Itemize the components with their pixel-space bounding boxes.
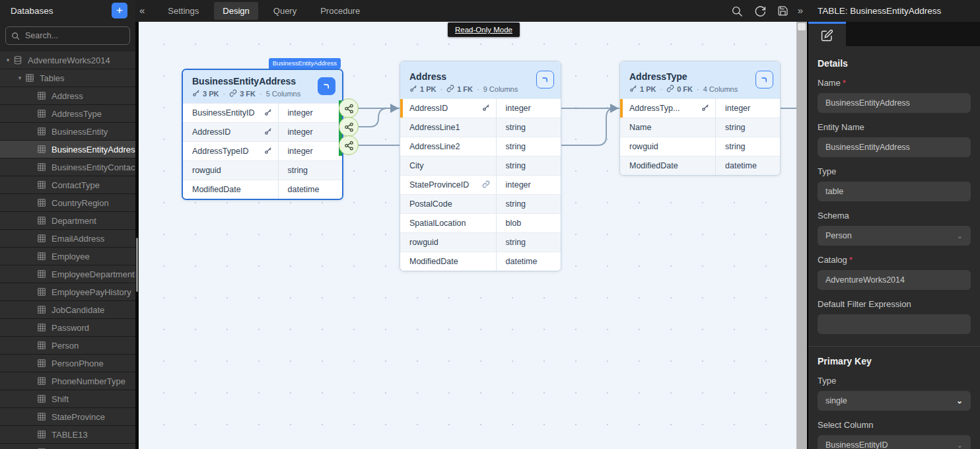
collapse-sidebar-icon[interactable]: « [135,5,149,17]
sidebar-item-employee[interactable]: Employee [0,248,135,265]
sidebar-item-shift[interactable]: Shift [0,390,135,408]
text-input-entity-name[interactable]: BusinessEntityAddress [818,137,971,157]
save-icon[interactable] [777,5,788,17]
column-type: string [497,137,561,156]
refresh-icon[interactable] [754,5,766,17]
column-row[interactable]: AddressIDinteger [400,98,561,118]
tab-edit[interactable] [808,22,846,46]
column-row[interactable]: AddressTyp...integer [620,98,780,118]
column-row[interactable]: BusinessEntityIDinteger [183,103,342,122]
search-box[interactable] [5,26,130,45]
sidebar-item-label: Person [52,341,79,351]
pk-key-icon [409,85,417,94]
search-icon[interactable] [731,5,743,17]
sidebar-item-address[interactable]: Address [0,87,135,105]
canvas-scrollbar-thumb[interactable] [798,23,806,30]
topbar: « SettingsDesignQueryProcedure » [135,0,808,22]
toggle-relations-button[interactable] [536,71,554,88]
text-input-catalog[interactable]: AdventureWorks2014 [818,270,971,290]
connection-handle[interactable] [339,135,359,155]
sidebar-item-label: EmployeeDepartmentHistory [52,269,135,279]
connection-handle[interactable] [339,98,359,118]
column-row[interactable]: ModifiedDatedatetime [620,156,780,175]
column-row[interactable]: rowguidstring [620,137,780,156]
column-row[interactable]: ModifiedDatedatetime [400,252,561,271]
diagram-canvas[interactable]: Read-Only Mode BusinessEntityAddress Bus… [139,22,796,449]
column-row[interactable]: AddressIDinteger [183,122,342,141]
table-icon [37,359,46,368]
database-tree: ▾AdventureWorks2014▾TablesAddressAddress… [0,52,135,449]
text-input-name[interactable]: BusinessEntityAddress [818,93,971,113]
sidebar-item-employeedepartmenthistory[interactable]: EmployeeDepartmentHistory [0,265,135,283]
text-input-type[interactable]: table [818,182,971,201]
field-label: Entity Name [818,122,971,132]
select-input-type[interactable]: single⌄ [818,391,971,411]
column-row[interactable]: SpatialLocationblob [400,213,561,232]
table-icon [37,394,46,403]
table-node-addresstype[interactable]: AddressType1 PK·0 FK·4 ColumnsAddressTyp… [619,61,781,176]
column-row[interactable]: StateProvinceIDinteger [400,175,561,194]
column-row[interactable]: AddressLine1string [400,118,561,137]
sidebar-item-addresstype[interactable]: AddressType [0,105,135,123]
column-row[interactable]: Namestring [620,118,780,137]
section-heading-details: Details [818,58,971,69]
text-input-default-filter-expression[interactable] [818,314,971,334]
table-node-address[interactable]: Address1 PK·1 FK·9 ColumnsAddressIDinteg… [400,61,561,271]
sidebar-item-password[interactable]: Password [0,319,135,337]
column-type: integer [279,104,343,122]
toggle-relations-button[interactable] [755,71,773,88]
sidebar-item-businessentitycontact[interactable]: BusinessEntityContact [0,158,135,176]
sidebar-item-stateprovince[interactable]: StateProvince [0,408,135,426]
sidebar-scrollbar-thumb[interactable] [136,238,138,292]
sidebar-item-label: PhoneNumberType [52,376,125,386]
sidebar-item-adventureworks2014[interactable]: ▾AdventureWorks2014 [0,52,135,69]
tab-settings[interactable]: Settings [159,2,207,20]
canvas-scrollbar[interactable] [796,22,807,449]
table-icon [37,198,46,207]
sidebar-item-jobcandidate[interactable]: JobCandidate [0,301,135,319]
table-icon [37,412,46,421]
field-value: table [825,187,843,196]
database-icon [13,55,22,65]
tab-design[interactable]: Design [214,2,258,20]
sidebar-item-department[interactable]: Department [0,212,135,230]
caret-icon[interactable]: ▾ [3,57,13,63]
required-asterisk: * [843,78,846,88]
expand-panel-icon[interactable]: » [795,5,808,17]
sidebar-item-emailaddress[interactable]: EmailAddress [0,230,135,248]
sidebar-item-phonenumbertype[interactable]: PhoneNumberType [0,372,135,390]
column-row[interactable]: AddressTypeIDinteger [183,141,342,160]
sidebar-item-person[interactable]: Person [0,337,135,355]
sidebar-item-table5[interactable]: TABLE5 [0,444,135,449]
select-input-schema[interactable]: Person⌄ [818,226,971,246]
field-value: Person [825,231,852,240]
tab-query[interactable]: Query [265,2,305,20]
sidebar-item-table13[interactable]: TABLE13 [0,426,135,444]
connection-handle[interactable] [339,117,359,137]
read-only-badge: Read-Only Mode [448,22,520,37]
sidebar-item-contacttype[interactable]: ContactType [0,176,135,194]
column-row[interactable]: PostalCodestring [400,194,561,213]
table-icon [37,162,46,172]
sidebar-item-businessentity[interactable]: BusinessEntity [0,123,135,141]
column-row[interactable]: Citystring [400,156,561,175]
column-row[interactable]: rowguidstring [183,160,342,180]
search-input[interactable] [24,30,119,41]
column-row[interactable]: rowguidstring [400,232,561,252]
sidebar-item-employeepayhistory[interactable]: EmployeePayHistory [0,283,135,301]
toggle-relations-button[interactable] [318,77,335,95]
sidebar-item-personphone[interactable]: PersonPhone [0,355,135,372]
column-row[interactable]: AddressLine2string [400,137,561,156]
tab-procedure[interactable]: Procedure [312,2,368,20]
sidebar-item-businessentityaddress[interactable]: BusinessEntityAddress [0,141,135,158]
table-node-businessentityaddress[interactable]: BusinessEntityAddress3 PK·3 FK·5 Columns… [182,69,343,200]
select-input-select-column[interactable]: BusinessEntityID⌄ [818,435,971,449]
add-database-button[interactable]: + [112,3,127,18]
node-badge: BusinessEntityAddress [269,58,341,69]
caret-icon[interactable]: ▾ [15,75,25,81]
sidebar-item-label: Address [52,91,83,101]
sidebar-item-label: Shift [52,394,69,404]
sidebar-item-tables[interactable]: ▾Tables [0,69,135,87]
column-row[interactable]: ModifiedDatedatetime [183,180,342,199]
sidebar-item-countryregion[interactable]: CountryRegion [0,194,135,212]
